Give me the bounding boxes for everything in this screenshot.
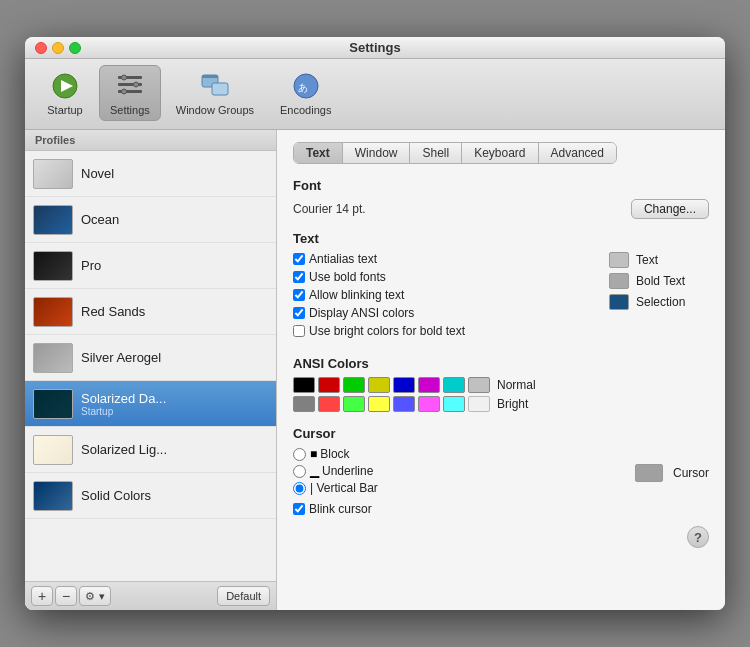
minimize-button[interactable] xyxy=(52,42,64,54)
ansi-bright-4[interactable] xyxy=(393,396,415,412)
toolbar-encodings-label: Encodings xyxy=(280,104,331,116)
cursor-block-row: ■ Block xyxy=(293,447,378,461)
cursor-section: Cursor ■ Block ▁ Underline xyxy=(293,426,709,516)
cursor-verticalbar-radio[interactable] xyxy=(293,482,306,495)
gear-menu-button[interactable]: ⚙ ▾ xyxy=(79,586,111,606)
add-profile-button[interactable]: + xyxy=(31,586,53,606)
ansi-section-title: ANSI Colors xyxy=(293,356,709,371)
ansi-normal-1[interactable] xyxy=(318,377,340,393)
toolbar-encodings[interactable]: あ Encodings xyxy=(269,65,342,121)
profile-item-solid-colors[interactable]: Solid Colors xyxy=(25,473,276,519)
ansi-bright-2[interactable] xyxy=(343,396,365,412)
profile-thumb-solarized-da xyxy=(33,389,73,419)
sidebar-footer: + − ⚙ ▾ Default xyxy=(25,581,276,610)
profile-thumb-solid-colors xyxy=(33,481,73,511)
profile-item-pro[interactable]: Pro xyxy=(25,243,276,289)
tab-shell[interactable]: Shell xyxy=(410,143,462,163)
toolbar-settings-label: Settings xyxy=(110,104,150,116)
ansi-bright-6[interactable] xyxy=(443,396,465,412)
profile-item-novel[interactable]: Novel xyxy=(25,151,276,197)
ansi-normal-0[interactable] xyxy=(293,377,315,393)
ansi-bright-0[interactable] xyxy=(293,396,315,412)
ansi-normal-4[interactable] xyxy=(393,377,415,393)
tab-window[interactable]: Window xyxy=(343,143,411,163)
underline-icon: ▁ xyxy=(310,464,319,478)
profile-thumb-redsands xyxy=(33,297,73,327)
profile-item-silver[interactable]: Silver Aerogel xyxy=(25,335,276,381)
text-section: Text Antialias text Use bold fonts xyxy=(293,231,709,342)
blink-cursor-checkbox[interactable] xyxy=(293,503,305,515)
help-button[interactable]: ? xyxy=(687,526,709,548)
antialias-checkbox[interactable] xyxy=(293,253,305,265)
toolbar-startup-label: Startup xyxy=(47,104,82,116)
checkboxes-column: Antialias text Use bold fonts Allow blin… xyxy=(293,252,599,342)
blinking-checkbox[interactable] xyxy=(293,289,305,301)
ansi-normal-row: Normal xyxy=(293,377,709,393)
encodings-icon: あ xyxy=(290,70,322,102)
svg-rect-10 xyxy=(202,75,218,78)
zoom-button[interactable] xyxy=(69,42,81,54)
profile-name-redsands: Red Sands xyxy=(81,304,145,319)
bold-fonts-checkbox[interactable] xyxy=(293,271,305,283)
window-groups-icon xyxy=(199,70,231,102)
svg-rect-9 xyxy=(212,83,228,95)
ansi-normal-5[interactable] xyxy=(418,377,440,393)
settings-icon xyxy=(114,70,146,102)
ansi-checkbox[interactable] xyxy=(293,307,305,319)
checkbox-ansi: Display ANSI colors xyxy=(293,306,599,320)
svg-point-6 xyxy=(133,82,138,87)
tab-keyboard[interactable]: Keyboard xyxy=(462,143,538,163)
selection-color-row: Selection xyxy=(609,294,709,310)
ansi-label: Display ANSI colors xyxy=(309,306,414,320)
profile-item-redsands[interactable]: Red Sands xyxy=(25,289,276,335)
ansi-normal-3[interactable] xyxy=(368,377,390,393)
profile-item-solarized-da[interactable]: Solarized Da... Startup xyxy=(25,381,276,427)
ansi-normal-2[interactable] xyxy=(343,377,365,393)
profile-item-ocean[interactable]: Ocean xyxy=(25,197,276,243)
text-color-swatch[interactable] xyxy=(609,252,629,268)
bright-bold-label: Use bright colors for bold text xyxy=(309,324,465,338)
toolbar-window-groups[interactable]: Window Groups xyxy=(165,65,265,121)
bold-color-swatch[interactable] xyxy=(609,273,629,289)
cursor-color-swatch[interactable] xyxy=(635,464,663,482)
cursor-underline-row: ▁ Underline xyxy=(293,464,378,478)
ansi-bright-3[interactable] xyxy=(368,396,390,412)
close-button[interactable] xyxy=(35,42,47,54)
bright-bold-checkbox[interactable] xyxy=(293,325,305,337)
titlebar: Settings xyxy=(25,37,725,59)
antialias-label: Antialias text xyxy=(309,252,377,266)
checkbox-bright-bold: Use bright colors for bold text xyxy=(293,324,599,338)
svg-point-7 xyxy=(121,89,126,94)
window-title: Settings xyxy=(349,40,400,55)
font-section-title: Font xyxy=(293,178,709,193)
change-font-button[interactable]: Change... xyxy=(631,199,709,219)
tab-advanced[interactable]: Advanced xyxy=(539,143,616,163)
main-panel: Text Window Shell Keyboard Advanced Font… xyxy=(277,130,725,610)
cursor-block-radio[interactable] xyxy=(293,448,306,461)
blink-cursor-row: Blink cursor xyxy=(293,502,709,516)
cursor-verticalbar-row: | Vertical Bar xyxy=(293,481,378,495)
startup-icon xyxy=(49,70,81,102)
block-icon: ■ xyxy=(310,447,317,461)
profile-name-solid-colors: Solid Colors xyxy=(81,488,151,503)
cursor-underline-radio[interactable] xyxy=(293,465,306,478)
content-area: Profiles Novel Ocean xyxy=(25,130,725,610)
toolbar-settings[interactable]: Settings xyxy=(99,65,161,121)
toolbar-startup[interactable]: Startup xyxy=(35,65,95,121)
default-button[interactable]: Default xyxy=(217,586,270,606)
ansi-bright-7[interactable] xyxy=(468,396,490,412)
color-swatches: Text Bold Text Selection xyxy=(609,252,709,342)
tab-text[interactable]: Text xyxy=(294,143,343,163)
profile-item-solarized-li[interactable]: Solarized Lig... xyxy=(25,427,276,473)
ansi-normal-6[interactable] xyxy=(443,377,465,393)
ansi-normal-7[interactable] xyxy=(468,377,490,393)
remove-profile-button[interactable]: − xyxy=(55,586,77,606)
settings-window: Settings Startup Settings xyxy=(25,37,725,610)
ansi-bright-5[interactable] xyxy=(418,396,440,412)
profile-name-novel: Novel xyxy=(81,166,114,181)
selection-color-swatch[interactable] xyxy=(609,294,629,310)
cursor-color-label: Cursor xyxy=(673,466,709,480)
profile-thumb-ocean xyxy=(33,205,73,235)
ansi-bright-1[interactable] xyxy=(318,396,340,412)
ansi-bright-label: Bright xyxy=(497,397,528,411)
